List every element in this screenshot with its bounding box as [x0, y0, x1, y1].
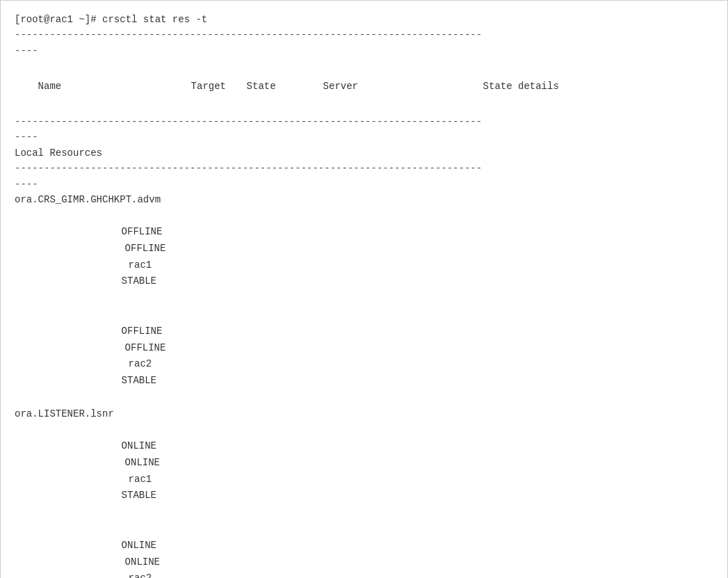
header-state: State [240, 77, 316, 96]
r0-r1-target: OFFLINE [122, 323, 177, 340]
r0-r0-details: STABLE [122, 273, 156, 290]
separator-short-3: ---- [15, 177, 713, 192]
section-local-resources: Local Resources [15, 145, 713, 161]
header-target: Target [177, 77, 240, 96]
r1-r0-target: ONLINE [122, 438, 177, 455]
r1-r0-server: rac1 [122, 472, 261, 488]
separator-short-1: ---- [15, 43, 713, 58]
header-row: NameTargetStateServerState details [15, 58, 713, 114]
r1-r0-state: ONLINE [122, 455, 198, 472]
resource-0-row-0: OFFLINE OFFLINE rac1 STABLE [15, 207, 713, 307]
separator-3: ----------------------------------------… [15, 161, 713, 176]
header-name: Name [38, 77, 177, 96]
r0-r1-server: rac2 [122, 356, 261, 373]
terminal-container: [root@rac1 ~]# crsctl stat res -t ------… [0, 0, 728, 578]
r0-r1-details: STABLE [122, 373, 156, 390]
resource-name-1: ora.LISTENER.lsnr [15, 406, 713, 422]
r1-r1-server: rac2 [122, 570, 261, 578]
prompt-line: [root@rac1 ~]# crsctl stat res -t [15, 12, 713, 27]
r0-r0-state: OFFLINE [122, 241, 198, 257]
r1-r0-details: STABLE [122, 488, 156, 504]
r0-r1-state: OFFLINE [122, 340, 198, 357]
r1-r1-state: ONLINE [122, 554, 198, 571]
separator-1: ----------------------------------------… [15, 27, 713, 42]
header-details: State details [483, 77, 559, 96]
r0-r0-target: OFFLINE [122, 224, 177, 241]
resource-1-row-0: ONLINE ONLINE rac1 STABLE [15, 422, 713, 521]
r1-r1-target: ONLINE [122, 538, 177, 554]
header-server: Server [316, 77, 483, 96]
separator-2: ----------------------------------------… [15, 114, 713, 129]
separator-short-2: ---- [15, 129, 713, 145]
r0-r0-server: rac1 [122, 257, 261, 274]
resource-0-row-1: OFFLINE OFFLINE rac2 STABLE [15, 307, 713, 406]
resource-name-0: ora.CRS_GIMR.GHCHKPT.advm [15, 192, 713, 207]
resource-1-row-1: ONLINE ONLINE rac2 STABLE [15, 521, 713, 578]
